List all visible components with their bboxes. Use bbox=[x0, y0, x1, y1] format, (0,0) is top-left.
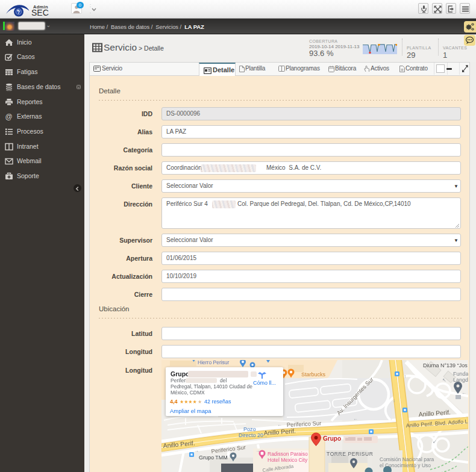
svg-text:↖: ↖ bbox=[442, 377, 446, 383]
svg-text:↓: ↓ bbox=[393, 398, 395, 403]
svg-text:★★★★: ★★★★ bbox=[180, 399, 197, 405]
svg-text:Funda: Funda bbox=[453, 371, 468, 377]
svg-text:Radisson Paraiso: Radisson Paraiso bbox=[268, 451, 308, 457]
svg-text:Comisión Nacional para: Comisión Nacional para bbox=[380, 456, 434, 462]
svg-text:Starbucks: Starbucks bbox=[301, 371, 326, 377]
svg-text:@: @ bbox=[5, 113, 13, 120]
svg-text:Diurna N°139 “Jos: Diurna N°139 “Jos bbox=[423, 362, 468, 368]
svg-text:←: ← bbox=[353, 416, 358, 421]
svg-text:del: del bbox=[220, 377, 227, 384]
svg-text:↙: ↙ bbox=[433, 439, 437, 444]
svg-text:Langd: Langd bbox=[453, 377, 468, 383]
svg-text:Hierro Perisur: Hierro Perisur bbox=[198, 360, 230, 365]
svg-text:42 reseñas: 42 reseñas bbox=[204, 399, 231, 405]
svg-text:Hotel Mexico City: Hotel Mexico City bbox=[268, 457, 308, 463]
svg-text:Perifer: Perifer bbox=[171, 377, 186, 384]
svg-text:←: ← bbox=[277, 422, 282, 427]
svg-text:↑: ↑ bbox=[404, 374, 406, 379]
svg-text:←: ← bbox=[462, 390, 466, 396]
svg-text:4,4: 4,4 bbox=[170, 399, 178, 405]
svg-text:Pedregal, Tlalpan, 14010 Ciuda: Pedregal, Tlalpan, 14010 Ciudad de bbox=[171, 384, 252, 390]
svg-text:México, CDMX: México, CDMX bbox=[171, 390, 205, 396]
svg-text:Grupo TMM: Grupo TMM bbox=[199, 455, 228, 461]
svg-text:Cómo ll...: Cómo ll... bbox=[253, 380, 276, 386]
svg-text:Grupo: Grupo bbox=[323, 435, 341, 442]
svg-text:Ampliar el mapa: Ampliar el mapa bbox=[170, 408, 211, 414]
svg-text:→: → bbox=[194, 448, 199, 453]
svg-text:Directo 20: Directo 20 bbox=[239, 432, 263, 438]
svg-text:Pozo: Pozo bbox=[243, 426, 256, 432]
svg-text:TORRE PERISUR: TORRE PERISUR bbox=[327, 451, 374, 457]
svg-text:Grupo: Grupo bbox=[171, 370, 190, 377]
svg-text:el Conocimiento y Uso: el Conocimiento y Uso bbox=[380, 462, 431, 468]
svg-text:★: ★ bbox=[198, 399, 202, 405]
